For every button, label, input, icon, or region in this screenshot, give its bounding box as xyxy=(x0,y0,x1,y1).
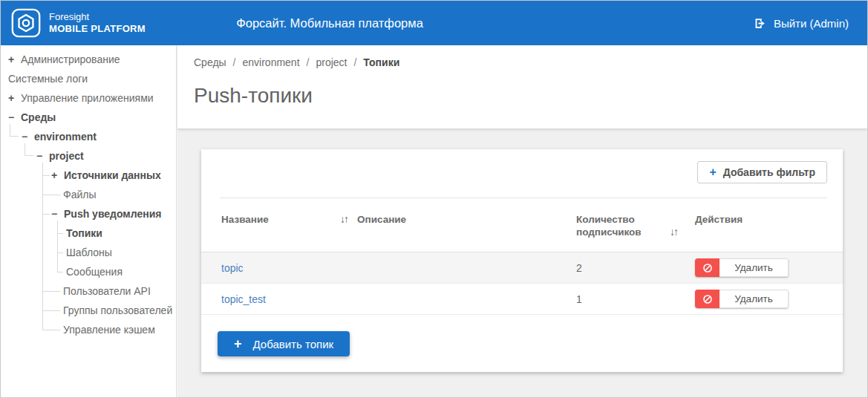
table-header-row: Название ↓↑ Описание Количество подписчи… xyxy=(201,198,843,252)
sidebar-item-administration[interactable]: + Администрирование xyxy=(1,50,176,69)
sort-icon-name[interactable]: ↓↑ xyxy=(340,213,347,226)
breadcrumb: Среды / environment / project / Топики xyxy=(194,56,867,68)
delete-button[interactable]: Удалить xyxy=(695,258,789,277)
sort-icon-subscribers[interactable]: ↓↑ xyxy=(670,226,677,238)
add-filter-label: Добавить фильтр xyxy=(723,166,815,178)
breadcrumb-separator: / xyxy=(353,56,356,68)
breadcrumb-environments[interactable]: Среды xyxy=(194,56,226,68)
cell-subscribers: 1 xyxy=(576,293,695,305)
breadcrumb-environment[interactable]: environment xyxy=(243,56,300,68)
cell-actions: Удалить xyxy=(695,258,828,277)
cell-name: topic_test xyxy=(221,293,347,305)
logout-label: Выйти (Admin) xyxy=(774,17,849,30)
topic-link[interactable]: topic_test xyxy=(221,293,266,305)
sidebar-item-label: Сообщения xyxy=(66,266,123,278)
page-title: Push-топики xyxy=(194,84,867,108)
sidebar-item-label: Управление кэшем xyxy=(63,324,155,336)
column-label: Описание xyxy=(357,214,406,225)
page-header: Среды / environment / project / Топики P… xyxy=(177,45,867,128)
sidebar-item-system-logs[interactable]: Системные логи xyxy=(1,69,176,88)
collapse-minus-icon[interactable]: − xyxy=(22,131,34,143)
table-row: topic 2 Удалить xyxy=(201,252,843,284)
brand-name: Foresight xyxy=(49,11,146,23)
brand-text: Foresight MOBILE PLATFORM xyxy=(49,11,146,35)
breadcrumb-topics-current: Топики xyxy=(363,56,399,68)
collapse-minus-icon[interactable]: − xyxy=(8,111,21,123)
collapse-minus-icon[interactable]: − xyxy=(51,208,64,220)
plus-icon: + xyxy=(234,337,242,350)
sidebar-item-user-groups[interactable]: Группы пользователей xyxy=(1,301,176,320)
expand-plus-icon[interactable]: + xyxy=(51,169,64,181)
sidebar-item-label: Среды xyxy=(21,111,56,123)
column-header-description: Описание xyxy=(357,213,576,226)
sidebar-item-messages[interactable]: Сообщения xyxy=(1,262,176,281)
foresight-logo-icon xyxy=(11,8,41,38)
cell-name: topic xyxy=(221,262,347,274)
sidebar-item-files[interactable]: Файлы xyxy=(1,185,176,204)
sidebar-item-label: Администрирование xyxy=(21,53,120,65)
table-row: topic_test 1 Удалить xyxy=(201,284,843,315)
app-title: Форсайт. Мобильная платформа xyxy=(236,16,423,30)
block-icon xyxy=(695,258,719,277)
app-logo[interactable]: Foresight MOBILE PLATFORM xyxy=(1,8,146,38)
sidebar-item-push-notifications[interactable]: − Push уведомления xyxy=(1,204,176,224)
sidebar-item-label: Push уведомления xyxy=(64,208,161,220)
app-header: Foresight MOBILE PLATFORM Форсайт. Мобил… xyxy=(1,1,867,45)
sidebar-item-templates[interactable]: Шаблоны xyxy=(1,243,176,262)
app-window: Foresight MOBILE PLATFORM Форсайт. Мобил… xyxy=(0,0,868,398)
column-header-subscribers: Количество подписчиков ↓↑ xyxy=(576,213,695,238)
add-topic-button[interactable]: + Добавить топик xyxy=(218,331,350,356)
breadcrumb-separator: / xyxy=(307,56,310,68)
column-header-actions: Действия xyxy=(695,213,828,226)
column-label: Действия xyxy=(695,214,743,225)
sidebar-item-api-users[interactable]: Пользователи API xyxy=(1,281,176,301)
main-content: Среды / environment / project / Топики P… xyxy=(177,45,867,397)
cell-actions: Удалить xyxy=(695,290,828,308)
sidebar-item-label: Файлы xyxy=(63,189,96,200)
topic-link[interactable]: topic xyxy=(221,262,244,274)
delete-button-label: Удалить xyxy=(719,258,789,277)
sidebar-item-data-sources[interactable]: + Источники данных xyxy=(1,166,176,185)
breadcrumb-project[interactable]: project xyxy=(316,56,347,68)
column-label: Количество подписчиков xyxy=(576,213,653,238)
filter-row: + Добавить фильтр xyxy=(201,149,843,183)
column-label: Название xyxy=(221,213,269,226)
expand-plus-icon[interactable]: + xyxy=(8,92,21,104)
sidebar-item-label: Пользователи API xyxy=(63,285,151,297)
collapse-minus-icon[interactable]: − xyxy=(36,150,49,162)
sidebar-item-label: Топики xyxy=(66,227,102,239)
sidebar-item-label: environment xyxy=(34,131,97,143)
plus-icon: + xyxy=(709,166,716,178)
cell-subscribers: 2 xyxy=(576,262,695,274)
delete-button[interactable]: Удалить xyxy=(695,290,789,308)
sidebar-item-app-management[interactable]: + Управление приложениями xyxy=(1,88,176,108)
sidebar-item-project[interactable]: − project xyxy=(1,146,176,166)
sidebar-item-label: project xyxy=(49,150,84,162)
sidebar-item-label: Управление приложениями xyxy=(21,92,154,104)
sidebar-tree: + Администрирование Системные логи + Упр… xyxy=(1,45,176,339)
delete-button-label: Удалить xyxy=(719,290,789,308)
logout-icon xyxy=(754,17,766,30)
topics-card: + Добавить фильтр Название ↓↑ Описание К… xyxy=(201,149,843,372)
add-topic-label: Добавить топик xyxy=(253,338,334,350)
add-filter-button[interactable]: + Добавить фильтр xyxy=(697,161,827,183)
logout-button[interactable]: Выйти (Admin) xyxy=(754,1,849,45)
sidebar-nav: + Администрирование Системные логи + Упр… xyxy=(1,45,177,397)
sidebar-item-cache-management[interactable]: Управление кэшем xyxy=(1,320,176,339)
brand-subtitle: MOBILE PLATFORM xyxy=(49,23,146,35)
sidebar-item-label: Источники данных xyxy=(64,169,161,181)
sidebar-item-environment[interactable]: − environment xyxy=(1,127,176,146)
block-icon xyxy=(695,290,719,308)
sidebar-item-label: Шаблоны xyxy=(66,247,112,258)
sidebar-item-label: Группы пользователей xyxy=(63,304,172,316)
sidebar-item-topics[interactable]: Топики xyxy=(1,224,176,243)
expand-plus-icon[interactable]: + xyxy=(8,53,21,65)
sidebar-item-label: Системные логи xyxy=(8,73,88,85)
sidebar-item-environments[interactable]: − Среды xyxy=(1,108,176,127)
column-header-name: Название ↓↑ xyxy=(221,213,347,226)
breadcrumb-separator: / xyxy=(233,56,236,68)
